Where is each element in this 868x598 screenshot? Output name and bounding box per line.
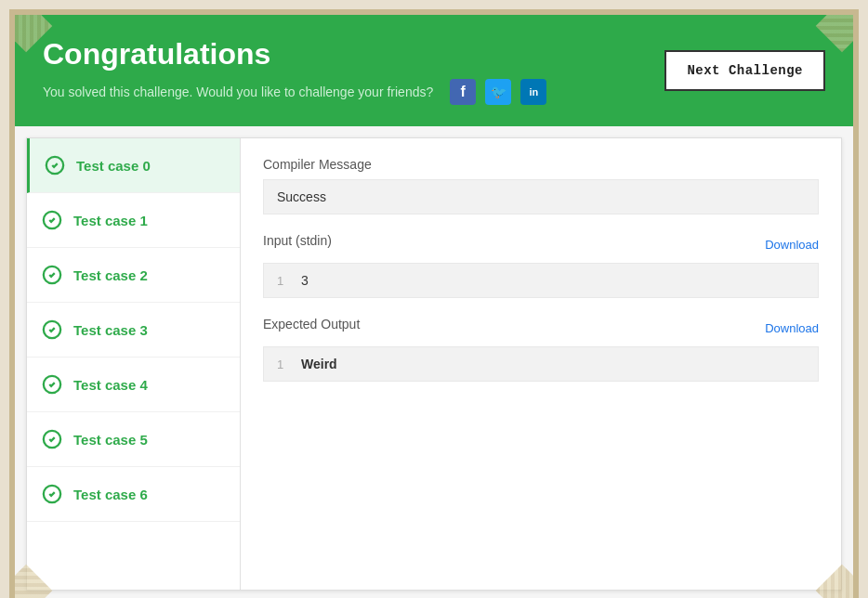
expected-output-download-link[interactable]: Download: [765, 321, 819, 335]
facebook-icon[interactable]: f: [450, 79, 476, 105]
check-icon-5: [42, 429, 62, 449]
test-case-item-2[interactable]: Test case 2: [27, 248, 240, 303]
check-icon-4: [42, 374, 62, 395]
compiler-message-box: Success: [263, 179, 819, 214]
expected-output-line-number: 1: [277, 358, 288, 371]
input-line-number: 1: [277, 274, 288, 288]
test-case-item-6[interactable]: Test case 6: [27, 467, 240, 522]
social-icons: f 🐦 in: [450, 79, 546, 105]
check-icon-3: [42, 319, 62, 340]
check-icon-6: [42, 484, 62, 504]
input-value: 3: [301, 273, 309, 288]
header-left: Congratulations You solved this challeng…: [43, 37, 546, 105]
test-case-sidebar: Test case 0 Test case 1 Test case 2: [27, 138, 241, 590]
check-icon-0: [45, 155, 65, 176]
next-challenge-button[interactable]: Next Challenge: [664, 50, 825, 91]
check-icon-2: [42, 265, 62, 285]
test-case-label-6: Test case 6: [73, 487, 148, 502]
compiler-message-value: Success: [277, 189, 326, 204]
header-subtitle: You solved this challenge. Would you lik…: [43, 79, 546, 105]
input-header-row: Input (stdin) Download: [263, 233, 819, 255]
main-container: Congratulations You solved this challeng…: [15, 15, 853, 598]
outer-frame: Congratulations You solved this challeng…: [9, 9, 859, 598]
test-case-label-3: Test case 3: [73, 322, 148, 338]
test-case-item-3[interactable]: Test case 3: [27, 303, 240, 358]
expected-output-label: Expected Output: [263, 317, 360, 332]
expected-output-box: 1 Weird: [263, 346, 819, 382]
input-row: 1 3: [277, 273, 805, 288]
content-area: Test case 0 Test case 1 Test case 2: [26, 137, 842, 591]
test-case-label-5: Test case 5: [73, 432, 148, 448]
test-case-label-4: Test case 4: [73, 377, 148, 393]
test-case-item-5[interactable]: Test case 5: [27, 412, 240, 467]
test-case-item-1[interactable]: Test case 1: [27, 193, 240, 248]
expected-output-header-row: Expected Output Download: [263, 317, 819, 339]
check-icon-1: [42, 210, 62, 230]
test-case-item-4[interactable]: Test case 4: [27, 358, 240, 412]
next-challenge-container: Next Challenge: [664, 50, 825, 91]
test-case-label-2: Test case 2: [73, 267, 148, 283]
input-label: Input (stdin): [263, 233, 332, 248]
test-case-item-0[interactable]: Test case 0: [27, 138, 240, 193]
test-case-label-0: Test case 0: [76, 158, 151, 174]
header-banner: Congratulations You solved this challeng…: [15, 15, 853, 126]
page-title: Congratulations: [43, 37, 546, 72]
main-panel: Compiler Message Success Input (stdin) D…: [241, 138, 841, 590]
compiler-message-label: Compiler Message: [263, 157, 819, 172]
input-download-link[interactable]: Download: [765, 238, 819, 252]
subtitle-text: You solved this challenge. Would you lik…: [43, 84, 433, 99]
linkedin-icon[interactable]: in: [520, 79, 546, 105]
expected-output-value: Weird: [301, 357, 337, 371]
twitter-icon[interactable]: 🐦: [485, 79, 511, 105]
expected-output-row: 1 Weird: [277, 357, 805, 371]
test-case-label-1: Test case 1: [73, 213, 148, 228]
input-box: 1 3: [263, 263, 819, 298]
